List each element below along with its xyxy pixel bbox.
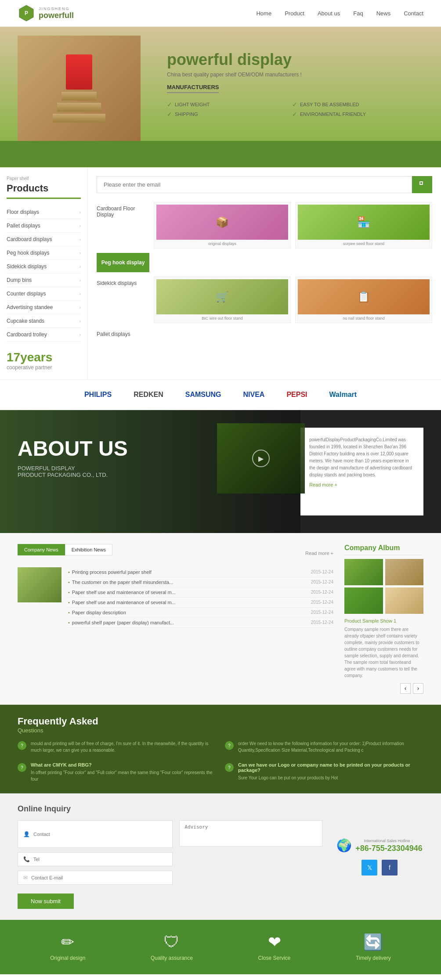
nav-faq[interactable]: Faq	[353, 10, 363, 17]
sidebar-item-floor[interactable]: Floor displays›	[7, 205, 81, 219]
hero-green-bar	[0, 141, 441, 167]
album-nav: ‹ ›	[344, 683, 423, 694]
logo: P JINGSHENG powerfull	[18, 4, 74, 22]
feature-delivery: 🔄 Timely delivery	[356, 933, 391, 961]
hero-image	[18, 36, 141, 141]
sidebar-item-pallet[interactable]: Pallet displays›	[7, 219, 81, 233]
news-left: Company News Exhibition News Read more +…	[18, 544, 333, 694]
feature-label-2: Quality assurance	[151, 955, 193, 961]
form-row-2: 📞	[18, 852, 322, 866]
album-img-2[interactable]	[385, 559, 424, 585]
sidebar-item-dump[interactable]: Dump bins›	[7, 274, 81, 287]
nav-contact[interactable]: Contact	[404, 10, 423, 17]
sidebar-item-peg[interactable]: Peg hook displays›	[7, 246, 81, 260]
tab-company-news[interactable]: Company News	[18, 544, 65, 555]
album-next-button[interactable]: ›	[413, 683, 423, 694]
product-img-bic[interactable]: 🛒 BIC wire out floor stand	[154, 277, 291, 323]
news-read-more[interactable]: Read more +	[305, 551, 333, 556]
twitter-button[interactable]: 𝕏	[361, 860, 377, 876]
category-label-peg[interactable]: Peg hook display	[97, 253, 149, 272]
partner-philips: PHILIPS	[84, 391, 112, 399]
company-album-title: Company Album	[344, 544, 423, 555]
faq-item-2: ? order We need to know the following in…	[225, 740, 423, 753]
inquiry-form: Online Inquiry 👤 📞 ✉ Now submit	[18, 804, 322, 909]
category-label-pallet: Pallet displays	[97, 328, 149, 341]
form-row-3: ✉	[18, 871, 322, 885]
sidebar-item-cardboard[interactable]: Cardboard displays›	[7, 233, 81, 246]
product-img-surpee[interactable]: 🏪 surpee seed floor stand	[295, 202, 432, 249]
search-button[interactable]	[412, 176, 432, 193]
sidebar: Paper shelf Products Floor displays› Pal…	[0, 167, 88, 379]
contact-field: 👤	[18, 820, 173, 848]
sidebar-item-cupcake[interactable]: Cupcake stands›	[7, 314, 81, 328]
submit-button[interactable]: Now submit	[18, 894, 74, 909]
news-section: Company News Exhibition News Read more +…	[0, 533, 441, 705]
news-item-4[interactable]: •Paper shelf use and maintenance of seve…	[68, 598, 333, 608]
tel-input[interactable]	[33, 857, 167, 862]
phone-number: +86-755-23304946	[355, 844, 423, 853]
news-list: •Printing process powerful paper shelf20…	[68, 567, 333, 628]
faq-title: Frequently Asked	[18, 716, 423, 727]
contact-input[interactable]	[33, 832, 167, 837]
brand-tagline: powerfull	[39, 11, 74, 20]
about-desc-box: powerfulDisplayProductPackagingCo.Limite…	[300, 428, 423, 515]
original-design-icon: ✏	[50, 933, 85, 951]
sidebar-item-advertising[interactable]: Advertising standee›	[7, 301, 81, 314]
sidebar-label: Paper shelf	[7, 176, 81, 181]
album-img-4[interactable]	[385, 587, 424, 614]
sidebar-years: 17years cooperative partner	[7, 350, 81, 371]
main-nav: Home Product About us Faq News Contact	[256, 10, 423, 17]
footer-links: About us company profile Company image C…	[0, 974, 441, 980]
hero-section: powerful display China best quality pape…	[0, 27, 441, 141]
news-item-2[interactable]: •The customer on the paper shelf misunde…	[68, 577, 333, 587]
news-right: Company Album Product Sample Show 1 Comp…	[344, 544, 423, 694]
quality-icon: 🛡	[151, 933, 193, 951]
search-input[interactable]	[97, 176, 412, 193]
sidekick-row: Sidekick displays 🛒 BIC wire out floor s…	[97, 277, 432, 323]
about-section: ABOUT US POWERFUL DISPLAY PRODUCT PACKAG…	[0, 410, 441, 533]
features-section: ✏ Original design 🛡 Quality assurance ❤ …	[0, 920, 441, 974]
partner-samsung: SAMSUNG	[185, 391, 221, 399]
sidebar-item-counter[interactable]: Counter displays›	[7, 287, 81, 301]
email-input[interactable]	[31, 875, 167, 880]
about-read-more[interactable]: Read more +	[309, 482, 415, 487]
nav-product[interactable]: Product	[285, 10, 304, 17]
nav-about[interactable]: About us	[318, 10, 340, 17]
tel-field: 📞	[18, 852, 173, 866]
about-video[interactable]: ▶	[217, 423, 305, 494]
play-button[interactable]: ▶	[252, 450, 270, 467]
feature-label-4: Timely delivery	[356, 955, 391, 961]
faq-item-1: ? mould and printing will be of free of …	[18, 740, 216, 753]
news-item-3[interactable]: •Paper shelf use and maintenance of seve…	[68, 587, 333, 598]
album-prev-button[interactable]: ‹	[400, 683, 411, 694]
news-item-6[interactable]: •powerful shelf paper (paper display) ma…	[68, 618, 333, 628]
album-img-1[interactable]	[344, 559, 383, 585]
nav-home[interactable]: Home	[256, 10, 271, 17]
feature-original-design: ✏ Original design	[50, 933, 85, 961]
faq-icon-1: ?	[18, 741, 26, 750]
service-icon: ❤	[258, 933, 291, 951]
album-img-3[interactable]	[344, 587, 383, 614]
sidebar-item-trolley[interactable]: Cardboard trolley›	[7, 328, 81, 342]
pallet-row: Pallet displays	[97, 328, 432, 341]
facebook-button[interactable]: f	[382, 860, 398, 876]
news-tabs: Company News Exhibition News	[18, 544, 112, 555]
person-icon: 👤	[23, 831, 30, 837]
logo-icon: P	[18, 4, 35, 22]
email-field: ✉	[18, 871, 173, 885]
product-img-original[interactable]: 📦 original displays	[154, 202, 291, 249]
hero-features: ✓LIGHT WEIGHT ✓EASY TO BE ASSEMBLED ✓SHI…	[167, 101, 415, 118]
partners-section: PHILIPS REDKEN SAMSUNG NIVEA PEPSI Walma…	[0, 379, 441, 410]
advisory-textarea[interactable]	[179, 820, 323, 847]
sidebar-item-sidekick[interactable]: Sidekick displays›	[7, 260, 81, 274]
form-row-1: 👤	[18, 820, 322, 848]
news-item-5[interactable]: •Paper display description2015-12-24	[68, 608, 333, 618]
product-img-nonail[interactable]: 📋 no nail stand floor stand	[295, 277, 432, 323]
social-icons: 𝕏 f	[361, 860, 398, 876]
hero-content: powerful display China best quality pape…	[167, 50, 415, 118]
news-item-1[interactable]: •Printing process powerful paper shelf20…	[68, 567, 333, 577]
partner-nivea: NIVEA	[243, 391, 265, 399]
tab-exhibition-news[interactable]: Exhibition News	[65, 544, 112, 555]
album-grid	[344, 559, 423, 614]
nav-news[interactable]: News	[376, 10, 391, 17]
